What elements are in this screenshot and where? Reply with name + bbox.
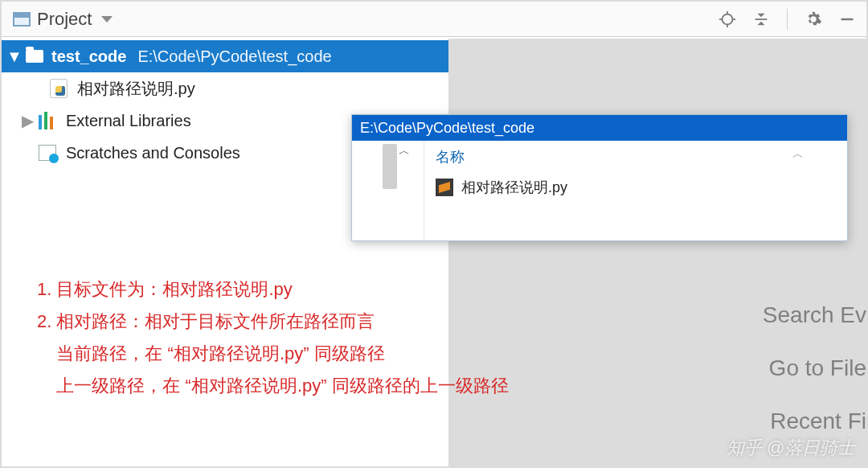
- file-name: 相对路径说明.py: [77, 78, 195, 100]
- folder-icon: [26, 50, 43, 63]
- sort-asc-icon: ︿: [792, 147, 804, 166]
- col-name-label: 名称: [436, 147, 465, 166]
- explorer-address-bar[interactable]: E:\Code\PyCode\test_code: [352, 115, 847, 141]
- note-line-3: 当前路径，在 “相对路径说明.py” 同级路径: [37, 338, 509, 370]
- external-libraries-label: External Libraries: [66, 112, 191, 130]
- project-toolbar: Project: [2, 2, 866, 37]
- python-file-icon: [50, 79, 68, 98]
- explorer-file-list: 名称 ︿ 相对路径说明.py: [424, 141, 847, 240]
- explorer-path: E:\Code\PyCode\test_code: [360, 120, 534, 137]
- file-explorer-popup: E:\Code\PyCode\test_code ︿ 名称 ︿ 相对路径说明.p…: [351, 114, 848, 241]
- explorer-nav-pane[interactable]: ︿: [352, 141, 424, 240]
- chevron-down-icon: ▼: [8, 47, 21, 66]
- explorer-file-name: 相对路径说明.py: [461, 178, 567, 197]
- gear-icon[interactable]: [802, 8, 825, 31]
- scroll-up-arrow[interactable]: ︿: [399, 144, 410, 158]
- hint-goto-file: Go to File: [769, 355, 866, 381]
- root-folder-path: E:\Code\PyCode\test_code: [137, 47, 331, 66]
- note-line-1: 1. 目标文件为：相对路径说明.py: [37, 273, 509, 306]
- scratches-label: Scratches and Consoles: [66, 144, 240, 162]
- root-folder-name: test_code: [51, 47, 126, 66]
- scratches-icon: [39, 145, 56, 161]
- svg-point-0: [723, 14, 733, 24]
- minimize-icon[interactable]: [836, 8, 858, 31]
- chevron-right-icon: ▶: [21, 111, 34, 130]
- watermark: 知乎 @落日骑士: [727, 436, 855, 460]
- annotation-notes: 1. 目标文件为：相对路径说明.py 2. 相对路径：相对于目标文件所在路径而言…: [37, 273, 509, 402]
- toolbar-separator: [787, 9, 788, 30]
- project-view-selector[interactable]: Project: [13, 9, 113, 30]
- explorer-file-item[interactable]: 相对路径说明.py: [436, 178, 836, 197]
- editor-empty-panel: Search Ev Go to File Recent Fi: [448, 39, 866, 466]
- project-window-icon: [13, 12, 31, 27]
- scrollbar-thumb[interactable]: [383, 144, 397, 189]
- project-label: Project: [37, 9, 92, 30]
- note-line-2: 2. 相对路径：相对于目标文件所在路径而言: [37, 306, 509, 338]
- sublime-file-icon: [436, 179, 453, 196]
- library-icon: [39, 112, 56, 129]
- locate-target-icon[interactable]: [716, 8, 739, 31]
- collapse-all-icon[interactable]: [750, 8, 772, 31]
- hint-recent-files: Recent Fi: [770, 408, 866, 434]
- hint-search-everywhere: Search Ev: [763, 302, 866, 328]
- chevron-down-icon: [101, 16, 113, 23]
- explorer-column-header[interactable]: 名称 ︿: [436, 147, 836, 166]
- note-line-4: 上一级路径，在 “相对路径说明.py” 同级路径的上一级路径: [37, 370, 509, 402]
